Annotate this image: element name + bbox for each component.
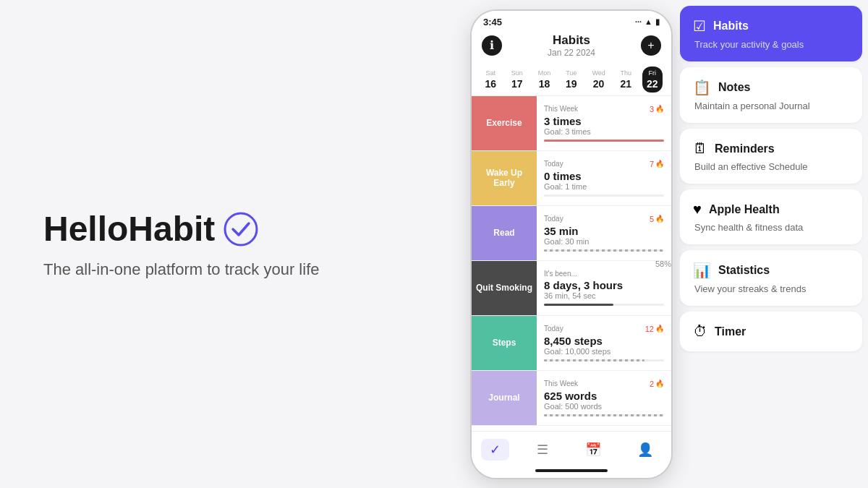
cal-day-name: Mon (538, 69, 551, 77)
calendar-day-18[interactable]: Mon 18 (534, 67, 556, 93)
nav-habits[interactable]: ✓ (481, 439, 509, 461)
feature-header: 📊 Statistics (693, 262, 849, 279)
cal-day-name: Fri (649, 69, 657, 77)
habit-data: This Week 3🔥 3 times Goal: 3 times (537, 96, 671, 150)
feature-header: ☑ Habits (693, 17, 849, 35)
feature-desc: View your streaks & trends (693, 283, 849, 294)
habit-row[interactable]: Exercise This Week 3🔥 3 times Goal: 3 ti… (472, 96, 671, 151)
phone-title: Habits (502, 33, 641, 48)
calendar-day-19[interactable]: Tue 19 (561, 67, 582, 93)
habit-meta: It's been... 58% (544, 270, 664, 278)
checkmark-icon: ✓ (490, 442, 501, 458)
cal-day-num: 19 (566, 78, 577, 90)
habit-count: 7🔥 (650, 160, 664, 168)
calendar-day-22[interactable]: Fri 22 (642, 67, 663, 93)
cal-day-name: Thu (621, 69, 632, 77)
habit-count: 2🔥 (650, 380, 664, 388)
habit-progress-bar (544, 414, 664, 416)
cal-day-num: 16 (485, 78, 496, 90)
feature-card-notes[interactable]: 📋 Notes Maintain a personal Journal (680, 67, 862, 123)
app-logo: HelloHabit (43, 209, 258, 249)
calendar-day-21[interactable]: Thu 21 (616, 67, 637, 93)
status-bar: 3:45 ··· ▲ ▮ (472, 11, 671, 30)
habit-count: 5🔥 (650, 215, 664, 223)
habit-period: Today (544, 325, 563, 333)
habit-row[interactable]: Wake Up Early Today 7🔥 0 times Goal: 1 t… (472, 151, 671, 206)
feature-title: Apple Health (709, 203, 780, 216)
cal-day-num: 21 (621, 78, 632, 90)
habit-row[interactable]: Quit Smoking It's been... 58% 8 days, 3 … (472, 261, 671, 316)
notes-icon: 📋 (693, 79, 711, 96)
habit-goal: Goal: 3 times (544, 127, 664, 136)
add-button[interactable]: + (641, 35, 661, 56)
info-button[interactable]: ℹ (482, 35, 502, 56)
phone-header: ℹ Habits Jan 22 2024 + (472, 30, 671, 64)
nav-calendar[interactable]: 📅 (576, 439, 610, 461)
check-circle-icon (224, 212, 258, 247)
calendar-day-17[interactable]: Sun 17 (507, 67, 527, 93)
cal-day-name: Wed (592, 69, 605, 77)
feature-header: 📋 Notes (693, 79, 849, 96)
phone-bottom-nav: ✓ ☰ 📅 👤 (472, 431, 671, 465)
habit-goal: Goal: 500 words (544, 402, 664, 411)
feature-title: Habits (713, 20, 749, 33)
habit-row[interactable]: Journal This Week 2🔥 625 words Goal: 500… (472, 371, 671, 426)
right-panel: ☑ Habits Track your activity & goals 📋 N… (680, 0, 868, 488)
habit-progress-bar (544, 249, 664, 252)
habit-goal: 36 min, 54 sec (544, 291, 664, 300)
habit-row[interactable]: Read Today 5🔥 35 min Goal: 30 min (472, 206, 671, 261)
feature-card-statistics[interactable]: 📊 Statistics View your streaks & trends (680, 250, 862, 306)
habit-value: 3 times (544, 115, 664, 127)
feature-card-apple-health[interactable]: ♥ Apple Health Sync health & fitness dat… (680, 189, 862, 244)
phone-frame: 3:45 ··· ▲ ▮ ℹ Habits Jan 22 2024 + Sat … (470, 9, 673, 479)
habit-data: Today 12🔥 8,450 steps Goal: 10,000 steps (537, 316, 671, 370)
feature-title: Timer (715, 325, 746, 338)
feature-desc: Build an effective Schedule (693, 161, 849, 172)
cal-day-name: Sun (511, 69, 523, 77)
habit-data: Today 7🔥 0 times Goal: 1 time (537, 151, 671, 205)
list-icon: ☰ (537, 442, 548, 458)
habit-goal: Goal: 30 min (544, 237, 664, 246)
habit-data: It's been... 58% 8 days, 3 hours 36 min,… (537, 261, 671, 315)
calendar-icon: 📅 (585, 442, 601, 458)
app-tagline: The all-in-one platform to track your li… (43, 260, 320, 279)
feature-title: Reminders (715, 142, 775, 155)
calendar-day-20[interactable]: Wed 20 (587, 67, 609, 93)
habit-period: It's been... (544, 270, 577, 278)
habit-meta: Today 12🔥 (544, 325, 664, 333)
app-name: HelloHabit (43, 209, 215, 249)
habit-meta: Today 5🔥 (544, 215, 664, 223)
habit-meta: Today 7🔥 (544, 160, 664, 168)
habit-value: 625 words (544, 390, 664, 402)
habit-data: This Week 2🔥 625 words Goal: 500 words (537, 371, 671, 425)
habits-icon: ☑ (693, 17, 706, 35)
calendar-day-16[interactable]: Sat 16 (480, 67, 501, 93)
phone-subtitle: Jan 22 2024 (502, 48, 641, 58)
habit-period: This Week (544, 380, 578, 388)
timer-icon: ⏱ (693, 323, 707, 340)
habits-list: Exercise This Week 3🔥 3 times Goal: 3 ti… (472, 96, 671, 431)
habit-label: Read (472, 206, 537, 260)
cal-day-num: 22 (647, 78, 658, 90)
cal-day-num: 20 (593, 78, 605, 90)
feature-title: Statistics (718, 264, 770, 277)
habit-progress-bar (544, 194, 664, 197)
feature-card-habits[interactable]: ☑ Habits Track your activity & goals (680, 6, 862, 61)
reminders-icon: 🗓 (693, 140, 707, 157)
nav-notes[interactable]: ☰ (528, 439, 557, 461)
habit-count: 3🔥 (650, 105, 664, 114)
habit-period: This Week (544, 105, 578, 113)
habit-row[interactable]: Steps Today 12🔥 8,450 steps Goal: 10,000… (472, 316, 671, 371)
home-indicator (472, 465, 671, 478)
status-time: 3:45 (483, 17, 502, 27)
feature-card-reminders[interactable]: 🗓 Reminders Build an effective Schedule (680, 129, 862, 184)
habit-progress-bar (544, 359, 664, 361)
feature-card-timer[interactable]: ⏱ Timer (680, 312, 862, 351)
habit-label: Wake Up Early (472, 151, 537, 205)
habit-label: Quit Smoking (472, 261, 537, 315)
habit-goal: Goal: 1 time (544, 182, 664, 191)
feature-desc: Track your activity & goals (693, 39, 849, 50)
cal-day-num: 18 (539, 78, 550, 90)
feature-desc: Sync health & fitness data (693, 222, 849, 233)
nav-profile[interactable]: 👤 (629, 439, 662, 461)
